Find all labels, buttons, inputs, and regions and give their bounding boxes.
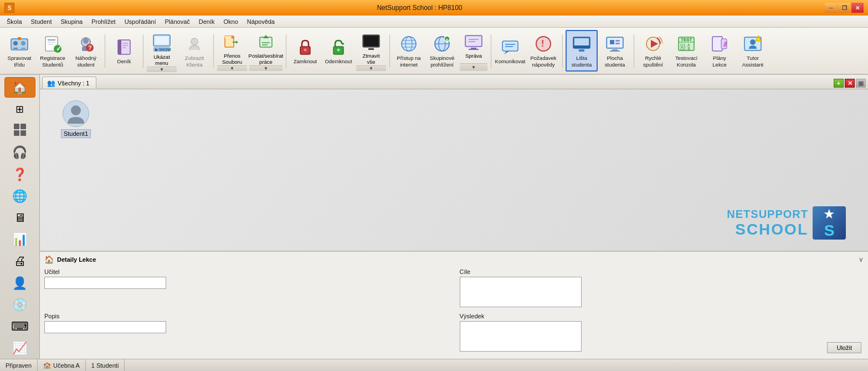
toolbar-pozadavek[interactable]: ! Požadaveknápovědy bbox=[527, 30, 559, 72]
show-menu-icon: ▶ SHOW bbox=[152, 33, 171, 54]
svg-point-93 bbox=[71, 105, 81, 115]
svg-rect-68 bbox=[573, 45, 590, 48]
ns-logo-line1: NETSUPPORT bbox=[727, 208, 808, 221]
toolbar-zobrazit[interactable]: ZobrazitKlienta bbox=[178, 30, 210, 72]
toolbar-komunikovat[interactable]: Komunikovat bbox=[494, 30, 526, 72]
toolbar-spravovat[interactable]: Spravovattřídu bbox=[3, 30, 35, 72]
toolbar-ztmavit[interactable]: Ztmavitvše ▼ bbox=[356, 30, 387, 72]
svg-text:?: ? bbox=[88, 44, 92, 51]
sidebar-item-question[interactable]: ❓ bbox=[4, 164, 35, 185]
svg-rect-76 bbox=[615, 43, 620, 44]
view-area: Student1 NETSUPPORT SCHOOL ★ S bbox=[40, 89, 868, 251]
status-classroom: 🏫 Učebna A bbox=[38, 359, 86, 371]
sidebar-item-globe[interactable]: 🌐 bbox=[4, 186, 35, 206]
options-tab-button[interactable]: ▣ bbox=[856, 79, 866, 88]
toolbar-plany[interactable]: PlányLekce bbox=[703, 30, 736, 72]
details-panel: 🏠 Detaily Lekce ∨ Učitel Cíle bbox=[40, 251, 868, 359]
svg-rect-42 bbox=[364, 36, 378, 46]
result-textarea[interactable] bbox=[460, 321, 582, 352]
goals-textarea[interactable] bbox=[460, 277, 582, 307]
svg-marker-61 bbox=[504, 51, 510, 54]
svg-rect-60 bbox=[502, 41, 518, 51]
toolbar-tutor[interactable]: TutorAssistant bbox=[737, 30, 769, 72]
menu-skupina[interactable]: Skupina bbox=[56, 17, 87, 26]
menu-prohlijet[interactable]: Prohlížet bbox=[87, 17, 120, 26]
svg-rect-6 bbox=[18, 37, 21, 40]
sidebar-item-screen[interactable]: 🖥 bbox=[4, 207, 35, 228]
toolbar-lista[interactable]: Lištastudenta bbox=[566, 30, 598, 72]
student-name: Student1 bbox=[61, 129, 91, 138]
toolbar-odemknout-label: Odemknout bbox=[325, 58, 352, 64]
menu-student[interactable]: Student bbox=[27, 17, 57, 26]
toolbar-prenos[interactable]: PřenosSouboru ▼ bbox=[217, 30, 248, 72]
svg-point-27 bbox=[191, 38, 198, 45]
toolbar-zamknout[interactable]: Zamknout bbox=[289, 30, 321, 72]
menu-denik[interactable]: Deník bbox=[194, 17, 219, 26]
student-bar-icon bbox=[572, 34, 592, 54]
window-controls: ─ ❐ ✕ bbox=[825, 3, 864, 13]
details-house-icon: 🏠 bbox=[44, 255, 54, 264]
svg-rect-75 bbox=[615, 40, 620, 42]
toolbar-ukazat[interactable]: ▶ SHOW Ukázatmenu ▼ bbox=[146, 30, 177, 72]
remove-tab-button[interactable]: ✕ bbox=[845, 79, 855, 88]
toolbar-skupinove[interactable]: g Skupinovéprohlížení bbox=[426, 30, 458, 72]
menu-usporadani[interactable]: Uspořádání bbox=[120, 17, 161, 26]
keyboard-icon: ⌨ bbox=[11, 319, 29, 334]
headphones-icon: 🎧 bbox=[12, 145, 27, 160]
communicate-icon bbox=[500, 37, 520, 57]
menu-skola[interactable]: Škola bbox=[2, 17, 27, 26]
sidebar-item-grid2[interactable] bbox=[4, 120, 35, 141]
toolbar-plocha[interactable]: Plochastudenta bbox=[599, 30, 631, 72]
save-button[interactable]: Uložit bbox=[827, 342, 861, 353]
description-input[interactable] bbox=[44, 321, 166, 333]
close-button[interactable]: ✕ bbox=[851, 3, 864, 13]
menu-napoveda[interactable]: Nápověda bbox=[243, 17, 279, 26]
sidebar-item-disc[interactable]: 💿 bbox=[4, 294, 35, 315]
sidebar-item-headphones[interactable]: 🎧 bbox=[4, 143, 35, 163]
restore-button[interactable]: ❐ bbox=[838, 3, 850, 13]
home-icon: 🏠 bbox=[12, 80, 27, 95]
details-collapse-button[interactable]: ∨ bbox=[859, 256, 864, 263]
register-icon: ✓ bbox=[43, 34, 63, 54]
menu-planovac[interactable]: Plánovač bbox=[161, 17, 194, 26]
toolbar-testovaci-label: TestovacíKonzola bbox=[675, 55, 697, 68]
sidebar-item-keyboard[interactable]: ⌨ bbox=[4, 317, 35, 337]
svg-rect-43 bbox=[368, 48, 374, 50]
toolbar-sprava[interactable]: Správa ▼ bbox=[459, 30, 488, 72]
goals-field: Cíle bbox=[460, 268, 864, 308]
toolbar-rychle[interactable]: Rychléspuštění bbox=[637, 30, 669, 72]
minimize-button[interactable]: ─ bbox=[825, 3, 837, 13]
student-item[interactable]: Student1 bbox=[57, 100, 95, 138]
sep4 bbox=[286, 34, 286, 68]
sep2 bbox=[143, 34, 143, 68]
sidebar-item-home[interactable]: 🏠 bbox=[4, 77, 35, 98]
menu-okno[interactable]: Okno bbox=[219, 17, 243, 26]
toolbar-internet-label: Přístup nainternet bbox=[397, 55, 420, 68]
toolbar-nahodny[interactable]: ? Náhodnýstudent bbox=[70, 30, 102, 72]
details-title-text: Detaily Lekce bbox=[57, 256, 96, 263]
teacher-input[interactable] bbox=[44, 277, 166, 289]
sidebar-item-printer[interactable]: 🖨 bbox=[4, 251, 35, 272]
details-wrapper: 🏠 Detaily Lekce ∨ Učitel Cíle bbox=[40, 251, 868, 359]
add-tab-button[interactable]: + bbox=[834, 79, 844, 88]
toolbar-internet[interactable]: Přístup nainternet bbox=[393, 30, 425, 72]
tab-all-label: Všechny : 1 bbox=[58, 80, 89, 87]
toolbar-pozadavek-label: Požadaveknápovědy bbox=[530, 55, 556, 68]
svg-rect-24 bbox=[155, 37, 168, 44]
toolbar-odemknout[interactable]: Odemknout bbox=[322, 30, 355, 72]
sidebar-item-graph[interactable]: 📈 bbox=[4, 338, 35, 359]
sidebar-item-chart[interactable]: 📊 bbox=[4, 230, 35, 250]
tab-all[interactable]: 👥 Všechny : 1 bbox=[42, 77, 96, 89]
sidebar-item-user[interactable]: 👤 bbox=[4, 273, 35, 293]
toolbar-registrace[interactable]: ✓ RegistraceStudentů bbox=[37, 30, 69, 72]
sep3 bbox=[213, 34, 214, 68]
chart-icon: 📊 bbox=[12, 232, 27, 247]
toolbar-denik[interactable]: Deník bbox=[108, 30, 140, 72]
toolbar-poslat[interactable]: Poslat/sesbíratpráce ▼ bbox=[249, 30, 283, 72]
svg-text:!: ! bbox=[541, 39, 544, 48]
toolbar-zobrazit-label: ZobrazitKlienta bbox=[185, 55, 204, 68]
sidebar-item-grid1[interactable]: ⊞ bbox=[4, 99, 35, 119]
description-field: Popis bbox=[44, 313, 449, 353]
grid1-icon: ⊞ bbox=[16, 103, 24, 115]
toolbar-testovaci[interactable]: TEST Q1: A Q2: B TestovacíKonzola bbox=[670, 30, 702, 72]
